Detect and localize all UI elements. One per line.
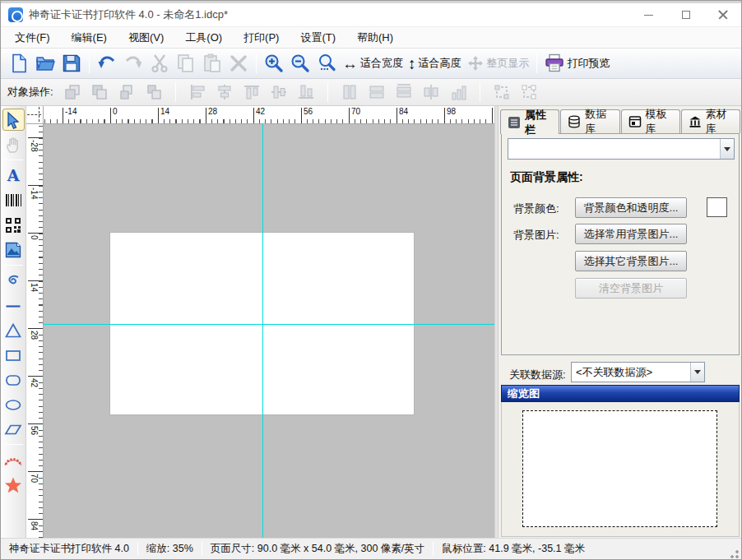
menu-tools[interactable]: 工具(O) [174, 27, 233, 49]
status-bar: 神奇证卡证书打印软件 4.0 缩放: 35% 页面尺寸: 90.0 毫米 x 5… [1, 538, 741, 559]
ruler-label: 14 [30, 283, 39, 292]
text-tool[interactable]: A [2, 164, 25, 187]
delete-icon [228, 53, 249, 74]
select-tool[interactable] [2, 109, 25, 131]
rectangle-tool[interactable] [2, 344, 25, 366]
tab-templates[interactable]: 模板库 [621, 109, 680, 133]
parallelogram-tool[interactable] [2, 418, 25, 440]
thumbnail-page-preview[interactable] [522, 410, 717, 527]
align-top-button[interactable] [242, 82, 262, 102]
maximize-button[interactable] [667, 3, 704, 26]
resize-grip-icon[interactable] [728, 548, 740, 559]
ruler-major-tick [28, 233, 43, 234]
ruler-major-tick [444, 108, 445, 123]
ruler-label: 84 [30, 521, 39, 530]
menu-help[interactable]: 帮助(H) [346, 27, 404, 49]
close-button[interactable] [704, 3, 741, 26]
tab-database[interactable]: 数据库 [560, 109, 619, 133]
choose-common-bg-button[interactable]: 选择常用背景图片... [575, 224, 687, 244]
curve-tool[interactable] [2, 270, 25, 292]
toolbox-separator [4, 265, 23, 266]
whole-page-button[interactable]: 整页显示 [464, 51, 532, 76]
group-button[interactable] [492, 82, 512, 102]
same-height-button[interactable] [367, 82, 387, 102]
minimize-button[interactable] [630, 3, 667, 26]
menu-file[interactable]: 文件(F) [4, 27, 61, 49]
ruler-major-tick [28, 471, 43, 472]
page-background-heading: 页面背景属性: [510, 170, 583, 185]
vertical-guide-line[interactable] [262, 124, 263, 538]
open-file-button[interactable] [32, 51, 58, 76]
menu-print[interactable]: 打印(P) [233, 27, 290, 49]
star-tool[interactable] [2, 474, 25, 496]
ruler-major-tick [349, 108, 350, 123]
toolbar-separator [327, 82, 328, 102]
menu-view[interactable]: 视图(V) [118, 27, 174, 49]
bg-color-button[interactable]: 背景颜色和透明度... [575, 197, 687, 218]
new-file-button[interactable] [6, 51, 32, 76]
print-preview-button[interactable]: 打印预览 [541, 51, 613, 76]
line-tool[interactable] [2, 294, 25, 317]
object-select-combo[interactable] [508, 138, 735, 160]
rounded-rect-tool[interactable] [2, 368, 25, 391]
open-folder-icon [35, 53, 56, 74]
hand-tool[interactable] [2, 133, 25, 155]
copy-icon [175, 53, 197, 74]
same-size-button[interactable] [394, 82, 414, 102]
menu-settings[interactable]: 设置(T) [290, 27, 346, 49]
bring-forward-button[interactable] [117, 82, 137, 102]
clear-bg-button[interactable]: 清空背景图片 [575, 278, 687, 299]
qrcode-tool[interactable] [2, 214, 25, 236]
bring-to-front-button[interactable] [63, 82, 82, 102]
object-toolbar: 对象操作: [1, 79, 741, 106]
copy-button[interactable] [173, 51, 199, 76]
horizontal-guide-line[interactable] [44, 324, 494, 325]
space-evenly-h-button[interactable] [421, 82, 441, 102]
zoom-in-button[interactable] [261, 51, 287, 76]
barcode-tool[interactable] [2, 189, 25, 211]
datasource-combo[interactable]: <不关联数据源> [571, 362, 705, 382]
zoom-ratio-button[interactable] [313, 51, 340, 76]
choose-other-bg-button[interactable]: 选择其它背景图片... [575, 251, 687, 271]
send-backward-button[interactable] [144, 82, 164, 102]
zoom-out-button[interactable] [287, 51, 313, 76]
redo-button[interactable] [120, 51, 146, 76]
fit-width-button[interactable]: ↔ 适合宽度 [340, 51, 406, 76]
same-width-button[interactable] [340, 82, 359, 102]
image-icon [4, 241, 22, 259]
delete-button[interactable] [225, 51, 252, 76]
send-to-back-button[interactable] [90, 82, 109, 102]
align-center-h-button[interactable] [215, 82, 234, 102]
tab-properties[interactable]: 属性栏 [500, 109, 559, 134]
app-icon [8, 7, 23, 22]
triangle-icon [4, 322, 22, 340]
application-window: 神奇证卡证书打印软件 4.0 - 未命名1.idcp* 文件(F) 编辑(E) … [0, 0, 742, 560]
design-canvas[interactable] [44, 124, 494, 538]
combo-dropdown-icon[interactable] [690, 363, 704, 382]
triangle-tool[interactable] [2, 319, 25, 341]
combo-dropdown-icon[interactable] [720, 139, 734, 159]
space-evenly-v-button[interactable] [448, 82, 468, 102]
align-center-v-button[interactable] [269, 82, 289, 102]
fit-height-button[interactable]: ↕ 适合高度 [406, 51, 464, 76]
seal-tool[interactable] [2, 449, 25, 471]
ellipse-tool[interactable] [2, 393, 25, 415]
cut-button[interactable] [146, 51, 173, 76]
tab-materials[interactable]: 素材库 [681, 109, 740, 133]
menu-edit[interactable]: 编辑(E) [61, 27, 118, 49]
undo-button[interactable] [94, 51, 120, 76]
toolbar-separator [480, 82, 480, 102]
ungroup-button[interactable] [519, 82, 539, 102]
ruler-major-tick [28, 137, 43, 138]
paste-button[interactable] [199, 51, 225, 76]
align-bottom-button[interactable] [296, 82, 316, 102]
paste-icon [202, 53, 223, 74]
bg-color-swatch[interactable] [707, 197, 727, 217]
ruler-label: 0 [113, 107, 118, 116]
save-button[interactable] [58, 51, 85, 76]
ruler-label: 42 [256, 107, 265, 116]
toolbox-separator [4, 160, 23, 160]
align-left-button[interactable] [188, 82, 207, 102]
image-tool[interactable] [2, 238, 25, 261]
toolbar-separator [175, 82, 176, 102]
